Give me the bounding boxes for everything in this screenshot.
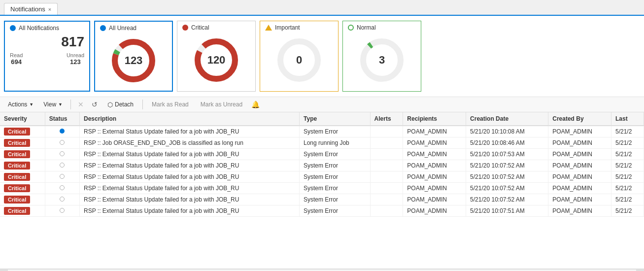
col-alerts: Alerts	[370, 112, 403, 126]
type-cell: Long running Job	[300, 137, 371, 149]
status-cell	[45, 205, 79, 217]
table-row[interactable]: CriticalRSP :: External Status Update fa…	[0, 149, 644, 160]
created-by-cell: POAM_ADMIN	[548, 126, 611, 137]
type-cell: System Error	[300, 183, 371, 194]
mark-as-unread-button[interactable]: Mark as Unread	[196, 100, 247, 109]
read-value: 694	[10, 58, 23, 66]
all-notif-total: 817	[10, 34, 84, 50]
description-cell: RSP :: External Status Update failed for…	[80, 160, 300, 171]
important-value: 0	[296, 54, 302, 67]
alerts-cell	[370, 126, 403, 137]
type-cell: System Error	[300, 160, 371, 171]
col-recipients: Recipients	[403, 112, 466, 126]
all-unread-indicator	[100, 25, 106, 31]
all-notif-title: All Notifications	[19, 25, 59, 32]
table-row[interactable]: CriticalRSP :: External Status Update fa…	[0, 171, 644, 183]
description-cell: RSP :: Job ORASE_END_END_JOB is classifi…	[80, 137, 300, 149]
important-title: Important	[275, 24, 300, 31]
creation-date-cell: 5/21/20 10:07:52 AM	[466, 194, 548, 205]
col-type: Type	[300, 112, 371, 126]
table-row[interactable]: CriticalRSP :: External Status Update fa…	[0, 194, 644, 205]
all-notif-indicator	[10, 25, 16, 31]
severity-badge: Critical	[4, 184, 30, 192]
read-dot	[60, 163, 65, 168]
table-row[interactable]: CriticalRSP :: External Status Update fa…	[0, 205, 644, 217]
critical-donut: 120	[182, 33, 250, 87]
close-tab-icon[interactable]: ×	[48, 6, 51, 12]
refresh-icon[interactable]: ↺	[89, 99, 101, 110]
description-cell: RSP :: External Status Update failed for…	[80, 205, 300, 217]
scroll-right-icon[interactable]: ▶	[636, 270, 644, 271]
last-cell: 5/21/2	[611, 160, 644, 171]
recipients-cell: POAM_ADMIN	[403, 149, 466, 160]
type-cell: System Error	[300, 171, 371, 183]
table-header-row: Severity Status Description Type Alerts …	[0, 112, 644, 126]
creation-date-cell: 5/21/20 10:07:52 AM	[466, 183, 548, 194]
col-severity: Severity	[0, 112, 45, 126]
normal-donut: 3	[348, 33, 416, 87]
type-cell: System Error	[300, 149, 371, 160]
last-cell: 5/21/2	[611, 205, 644, 217]
mark-as-read-button[interactable]: Mark as Read	[147, 100, 194, 109]
unread-dot	[60, 129, 65, 134]
separator-1	[70, 100, 71, 109]
view-chevron-icon: ▼	[58, 102, 63, 107]
important-indicator	[265, 25, 272, 31]
created-by-cell: POAM_ADMIN	[548, 171, 611, 183]
toolbar: Actions ▼ View ▼ ✕ ↺ ⬡ Detach Mark as Re…	[0, 97, 644, 112]
tab-bar: Notifications ×	[0, 0, 644, 16]
created-by-cell: POAM_ADMIN	[548, 205, 611, 217]
actions-button[interactable]: Actions ▼	[4, 100, 37, 109]
view-button[interactable]: View ▼	[39, 100, 67, 109]
created-by-cell: POAM_ADMIN	[548, 194, 611, 205]
bell-icon[interactable]: 🔔	[249, 99, 261, 110]
description-cell: RSP :: External Status Update failed for…	[80, 126, 300, 137]
detach-button[interactable]: ⬡ Detach	[102, 100, 138, 110]
table-row[interactable]: CriticalRSP :: Job ORASE_END_END_JOB is …	[0, 137, 644, 149]
critical-title: Critical	[191, 24, 209, 31]
severity-cell: Critical	[0, 194, 45, 205]
table-row[interactable]: CriticalRSP :: External Status Update fa…	[0, 160, 644, 171]
important-card[interactable]: Important 0	[260, 21, 339, 92]
alerts-cell	[370, 149, 403, 160]
separator-2	[142, 100, 143, 109]
last-cell: 5/21/2	[611, 183, 644, 194]
col-status: Status	[45, 112, 79, 126]
read-label: Read	[10, 52, 23, 58]
creation-date-cell: 5/21/20 10:08:46 AM	[466, 137, 548, 149]
status-cell	[45, 149, 79, 160]
creation-date-cell: 5/21/20 10:10:08 AM	[466, 126, 548, 137]
status-cell	[45, 126, 79, 137]
important-donut: 0	[265, 33, 333, 87]
all-unread-title: All Unread	[109, 25, 136, 32]
table-row[interactable]: CriticalRSP :: External Status Update fa…	[0, 183, 644, 194]
recipients-cell: POAM_ADMIN	[403, 160, 466, 171]
type-cell: System Error	[300, 194, 371, 205]
col-last: Last	[611, 112, 644, 126]
alerts-cell	[370, 194, 403, 205]
col-creation-date: Creation Date	[466, 112, 548, 126]
scroll-left-icon[interactable]: ◀	[0, 270, 8, 271]
recipients-cell: POAM_ADMIN	[403, 194, 466, 205]
severity-badge: Critical	[4, 207, 30, 215]
bottom-scrollbar[interactable]: ◀ ▶	[0, 269, 644, 271]
type-cell: System Error	[300, 126, 371, 137]
last-cell: 5/21/2	[611, 171, 644, 183]
col-description: Description	[80, 112, 300, 126]
table-row[interactable]: CriticalRSP :: External Status Update fa…	[0, 126, 644, 137]
tab-label: Notifications	[10, 5, 45, 13]
all-unread-card[interactable]: All Unread 123	[94, 21, 173, 92]
normal-card[interactable]: Normal 3	[342, 21, 421, 92]
col-created-by: Created By	[548, 112, 611, 126]
table-container[interactable]: Severity Status Description Type Alerts …	[0, 112, 644, 269]
read-dot	[60, 185, 65, 190]
notifications-tab[interactable]: Notifications ×	[4, 3, 58, 15]
recipients-cell: POAM_ADMIN	[403, 171, 466, 183]
all-notifications-card[interactable]: All Notifications 817 Read 694 Unread 12…	[4, 21, 90, 92]
created-by-cell: POAM_ADMIN	[548, 183, 611, 194]
critical-card[interactable]: Critical 120	[177, 21, 256, 92]
type-cell: System Error	[300, 205, 371, 217]
normal-title: Normal	[357, 24, 376, 31]
created-by-cell: POAM_ADMIN	[548, 160, 611, 171]
status-cell	[45, 171, 79, 183]
